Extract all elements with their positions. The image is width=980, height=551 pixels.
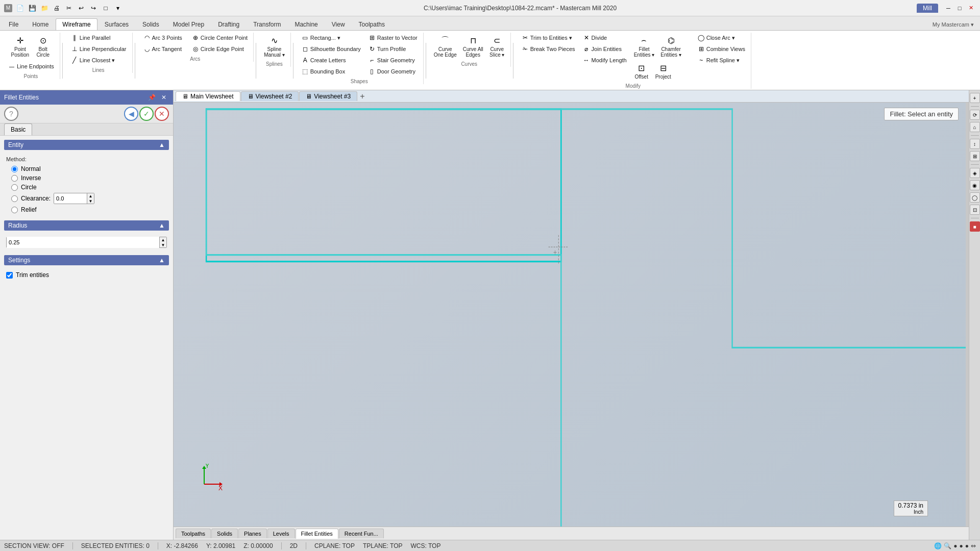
new-btn[interactable]: 📄 <box>14 3 26 14</box>
tab-toolpaths[interactable]: Toolpaths <box>352 18 391 30</box>
trim-entities-btn[interactable]: ✂ Trim to Entities ▾ <box>519 33 578 43</box>
radius-section-header[interactable]: Radius ▲ <box>4 220 169 231</box>
join-entities-btn[interactable]: ⌀ Join Entities <box>580 44 629 54</box>
clearance-up[interactable]: ▲ <box>87 193 94 198</box>
rectangle-btn[interactable]: ▭ Rectang... ▾ <box>299 33 363 43</box>
rt-btn-7[interactable]: ◉ <box>970 180 980 190</box>
ok-btn[interactable]: ✓ <box>139 107 154 121</box>
my-mastercam[interactable]: My Mastercam ▾ <box>926 19 980 30</box>
bottom-tab-levels[interactable]: Levels <box>267 529 295 538</box>
line-parallel-btn[interactable]: ∥ Line Parallel <box>68 33 129 43</box>
print-btn[interactable]: 🖨 <box>51 3 62 14</box>
tab-file[interactable]: File <box>2 18 25 30</box>
door-geometry-btn[interactable]: ▯ Door Geometry <box>365 66 420 77</box>
tab-machine[interactable]: Machine <box>288 18 324 30</box>
rt-btn-1[interactable]: + <box>970 93 980 103</box>
chamfer-entities-btn[interactable]: ⌬ ChamferEntities ▾ <box>658 33 684 59</box>
rt-btn-9[interactable]: ⊡ <box>970 205 980 215</box>
project-btn[interactable]: ⊟ Project <box>653 60 674 81</box>
radio-circle[interactable]: Circle <box>11 184 167 191</box>
right-resize-handle[interactable] <box>966 103 969 527</box>
radio-inverse[interactable]: Inverse <box>11 174 167 182</box>
arc-3pts-btn[interactable]: ◠ Arc 3 Points <box>140 33 185 43</box>
tab-home[interactable]: Home <box>26 18 55 30</box>
line-endpoints-btn[interactable]: — Line Endpoints <box>5 61 57 71</box>
rt-btn-4[interactable]: ↕ <box>970 139 980 149</box>
line-closest-btn[interactable]: ╱ Line Closest ▾ <box>68 55 129 65</box>
maximize-tb-btn[interactable]: □ <box>100 3 111 14</box>
bottom-tab-planes[interactable]: Planes <box>238 529 267 538</box>
close-arc-btn[interactable]: ◯ Close Arc ▾ <box>695 33 748 43</box>
radio-relief-input[interactable] <box>11 207 18 213</box>
undo-btn[interactable]: ↩ <box>76 3 87 14</box>
bottom-tab-fillet[interactable]: Fillet Entities <box>296 529 338 539</box>
rt-btn-5[interactable]: ⊞ <box>970 151 980 161</box>
bounding-box-btn[interactable]: ⬚ Bounding Box <box>299 66 363 77</box>
rt-btn-6[interactable]: ◈ <box>970 168 980 178</box>
fillet-entities-btn[interactable]: ⌢ FilletEntities ▾ <box>631 33 657 59</box>
bottom-tab-recent[interactable]: Recent Fun... <box>339 529 384 538</box>
add-viewsheet-btn[interactable]: + <box>360 92 364 101</box>
tab-view[interactable]: View <box>325 18 352 30</box>
combine-views-btn[interactable]: ⊞ Combine Views <box>695 44 748 54</box>
offset-btn[interactable]: ⊡ Offset <box>631 60 652 81</box>
radio-normal-input[interactable] <box>11 166 18 172</box>
open-btn[interactable]: 📁 <box>39 3 50 14</box>
close-btn[interactable]: ✕ <box>966 3 976 13</box>
vp-tab-2[interactable]: 🖥 Viewsheet #2 <box>241 91 299 101</box>
more-btn[interactable]: ▾ <box>112 3 124 14</box>
entity-section-header[interactable]: Entity ▲ <box>4 140 169 150</box>
radio-clearance-input[interactable] <box>11 195 18 202</box>
help-btn[interactable]: ? <box>4 107 18 121</box>
clearance-input[interactable] <box>54 193 87 204</box>
silhouette-boundary-btn[interactable]: ◻ Silhouette Boundary <box>299 44 363 54</box>
status-icon-6[interactable]: ⇔ <box>971 542 976 549</box>
stair-geometry-btn[interactable]: ⌐ Stair Geometry <box>365 55 420 65</box>
radio-relief[interactable]: Relief <box>11 206 167 213</box>
tab-wireframe[interactable]: Wireframe <box>56 18 97 30</box>
tab-surfaces[interactable]: Surfaces <box>98 18 135 30</box>
rt-btn-8[interactable]: ◯ <box>970 192 980 203</box>
curve-one-edge-btn[interactable]: ⌒ CurveOne Edge <box>431 33 459 59</box>
radius-up[interactable]: ▲ <box>159 237 166 242</box>
radius-input[interactable] <box>7 237 159 248</box>
line-perpendicular-btn[interactable]: ⊥ Line Perpendicular <box>68 44 129 54</box>
vp-tab-main[interactable]: 🖥 Main Viewsheet <box>176 91 240 101</box>
status-icon-1[interactable]: 🌐 <box>934 542 942 549</box>
raster-vector-btn[interactable]: ⊞ Raster to Vector <box>365 33 420 43</box>
create-letters-btn[interactable]: A Create Letters <box>299 55 363 65</box>
mill-tab-label[interactable]: Mill <box>917 4 938 13</box>
point-position-btn[interactable]: ✛ PointPosition <box>9 33 32 59</box>
status-icon-5[interactable]: ● <box>965 542 969 549</box>
rt-btn-10[interactable]: ■ <box>970 221 980 232</box>
radio-normal[interactable]: Normal <box>11 165 167 172</box>
save-btn[interactable]: 💾 <box>27 3 38 14</box>
bottom-tab-toolpaths[interactable]: Toolpaths <box>176 529 211 538</box>
radio-clearance[interactable]: Clearance: ▲ ▼ <box>11 193 167 204</box>
spline-manual-btn[interactable]: ∿ SplineManual ▾ <box>261 33 287 59</box>
circle-edge-pt-btn[interactable]: ◎ Circle Edge Point <box>189 44 250 54</box>
settings-section-header[interactable]: Settings ▲ <box>4 255 169 265</box>
turn-profile-btn[interactable]: ↻ Turn Profile <box>365 44 420 54</box>
clearance-down[interactable]: ▼ <box>87 198 94 204</box>
bottom-tab-solids[interactable]: Solids <box>211 529 238 538</box>
maximize-btn[interactable]: □ <box>954 3 965 13</box>
redo-btn[interactable]: ↪ <box>88 3 99 14</box>
panel-close-btn[interactable]: ✕ <box>159 92 169 103</box>
viewport[interactable]: Fillet: Select an entity <box>174 103 969 527</box>
arc-tangent-btn[interactable]: ◡ Arc Tangent <box>140 44 185 54</box>
cancel-btn[interactable]: ✕ <box>155 107 169 121</box>
panel-dock-btn[interactable]: 📌 <box>146 92 157 103</box>
trim-entities-checkbox[interactable]: Trim entities <box>6 271 167 279</box>
tab-drafting[interactable]: Drafting <box>211 18 246 30</box>
tab-model-prep[interactable]: Model Prep <box>166 18 211 30</box>
vp-tab-3[interactable]: 🖥 Viewsheet #3 <box>299 91 357 101</box>
bolt-circle-btn[interactable]: ⊙ BoltCircle <box>33 33 53 59</box>
status-icon-4[interactable]: ● <box>960 542 963 549</box>
rt-btn-2[interactable]: ⟳ <box>970 110 980 120</box>
divide-btn[interactable]: ✕ Divide <box>580 33 629 43</box>
radio-circle-input[interactable] <box>11 184 18 191</box>
status-icon-2[interactable]: 🔍 <box>944 542 951 549</box>
panel-tab-basic[interactable]: Basic <box>4 123 32 135</box>
radius-down[interactable]: ▼ <box>159 242 166 247</box>
